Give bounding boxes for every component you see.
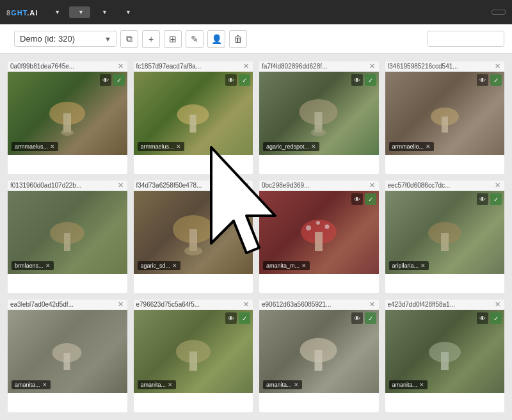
users-button[interactable]: 👤 — [207, 30, 225, 48]
label-remove-icon[interactable]: ✕ — [172, 262, 177, 269]
card-label: armmaelus... ✕ — [12, 142, 58, 151]
label-text: agaric_sd... — [141, 262, 171, 269]
delete-button[interactable]: 🗑 — [229, 30, 247, 48]
label-text: amanita... — [392, 382, 418, 388]
label-remove-icon[interactable]: ✕ — [301, 262, 307, 269]
svg-rect-29 — [441, 352, 449, 370]
nav-trained-models[interactable]: ▼ — [69, 6, 90, 18]
card-close-button[interactable]: ✕ — [242, 182, 250, 189]
card-close-button[interactable]: ✕ — [116, 63, 125, 70]
image-card[interactable]: fc1857d97eacd7af8a... ✕ 👁 ✓ armmaelus...… — [134, 61, 253, 174]
card-image: 👁 ✓ armmaelio... ✕ — [385, 72, 505, 155]
image-card[interactable]: e423d7dd0f428ff58a1... ✕ 👁 ✓ amanita... … — [385, 300, 505, 412]
svg-point-16 — [306, 225, 311, 230]
check-icon[interactable]: ✓ — [490, 193, 502, 205]
image-card[interactable]: f34d73a6258f50e478... ✕ agaric_sd... ✕ — [134, 181, 253, 293]
svg-rect-4 — [189, 115, 196, 133]
logo-text: 8GHT.AI — [6, 9, 38, 17]
card-close-button[interactable]: ✕ — [242, 301, 250, 308]
card-close-button[interactable]: ✕ — [116, 301, 125, 308]
nav-train[interactable]: ▼ — [45, 6, 67, 18]
label-remove-icon[interactable]: ✕ — [426, 143, 431, 150]
eye-icon[interactable]: 👁 — [225, 74, 237, 86]
check-icon[interactable]: ✓ — [490, 312, 502, 324]
label-remove-icon[interactable]: ✕ — [419, 382, 424, 388]
card-filename: ea3lebl7ad0e42d5df... — [10, 301, 74, 308]
card-overlay-icons: 👁 ✓ — [477, 193, 502, 205]
image-card[interactable]: fa7f4ld802896dd628f... ✕ 👁 ✓ agaric_reds… — [259, 61, 379, 174]
card-header: e796623d75c5a64f5... ✕ — [134, 300, 253, 310]
card-header: e90612d63a56085921... ✕ — [259, 300, 379, 310]
card-close-button[interactable]: ✕ — [493, 63, 502, 70]
edit-button[interactable]: ✎ — [186, 30, 204, 48]
label-remove-icon[interactable]: ✕ — [294, 382, 299, 388]
search-input[interactable] — [428, 31, 504, 47]
image-grid: 0a0f99b81dea7645e... ✕ 👁 ✓ armmaelus... … — [0, 54, 512, 420]
image-card[interactable]: 0a0f99b81dea7645e... ✕ 👁 ✓ armmaelus... … — [8, 61, 127, 174]
train-caret-icon: ▼ — [54, 9, 60, 15]
card-header: f0131960d0ad107d22b... ✕ — [8, 181, 127, 191]
copy-button[interactable]: ⧉ — [120, 30, 138, 48]
label-text: agaric_redspot... — [266, 143, 309, 150]
label-remove-icon[interactable]: ✕ — [50, 143, 55, 150]
nav-search-button[interactable] — [492, 10, 506, 15]
label-text: amanita_m... — [266, 262, 300, 269]
card-close-button[interactable]: ✕ — [368, 63, 376, 70]
card-close-button[interactable]: ✕ — [116, 182, 125, 189]
project-select[interactable]: Demo (id: 320) — [14, 31, 116, 47]
card-overlay-icons: 👁 ✓ — [351, 312, 376, 324]
label-text: armmaelus... — [141, 143, 174, 150]
card-close-button[interactable]: ✕ — [242, 63, 250, 70]
image-card[interactable]: f346195985216ccd541... ✕ 👁 ✓ armmaelio..… — [385, 61, 505, 174]
nav-image-similarity[interactable]: ▼ — [116, 6, 138, 18]
check-icon[interactable]: ✓ — [239, 74, 250, 86]
card-filename: eec57f0d6086cc7dc... — [388, 182, 451, 189]
card-header: fc1857d97eacd7af8a... ✕ — [134, 61, 253, 72]
check-icon[interactable]: ✓ — [365, 74, 376, 86]
layers-button[interactable]: ⊞ — [164, 30, 182, 48]
eye-icon[interactable]: 👁 — [351, 74, 363, 86]
eye-icon[interactable]: 👁 — [100, 74, 111, 86]
svg-point-17 — [316, 221, 320, 225]
card-image: 👁 ✓ armmaelus... ✕ — [134, 72, 253, 155]
card-close-button[interactable]: ✕ — [368, 182, 376, 189]
eye-icon[interactable]: 👁 — [477, 74, 488, 86]
nav-pretrained-models[interactable]: ▼ — [93, 6, 114, 18]
label-remove-icon[interactable]: ✕ — [45, 262, 51, 269]
check-icon[interactable]: ✓ — [239, 312, 250, 324]
image-card[interactable]: 0bc298e9d369... ✕ 👁 ✓ amanita_m... ✕ — [259, 181, 379, 293]
card-close-button[interactable]: ✕ — [493, 182, 502, 189]
label-remove-icon[interactable]: ✕ — [42, 382, 47, 388]
card-filename: f0131960d0ad107d22b... — [10, 182, 81, 189]
card-label: aripilaria... ✕ — [389, 261, 429, 270]
eye-icon[interactable]: 👁 — [225, 312, 237, 324]
svg-point-7 — [311, 129, 326, 136]
check-icon[interactable]: ✓ — [365, 193, 376, 205]
card-image: brmlaens... ✕ — [8, 191, 127, 274]
label-remove-icon[interactable]: ✕ — [311, 143, 316, 150]
add-button[interactable]: + — [142, 30, 160, 48]
card-image: 👁 ✓ aripilaria... ✕ — [385, 191, 505, 274]
image-card[interactable]: eec57f0d6086cc7dc... ✕ 👁 ✓ aripilaria...… — [385, 181, 505, 293]
eye-icon[interactable]: 👁 — [477, 193, 488, 205]
label-remove-icon[interactable]: ✕ — [420, 262, 426, 269]
image-card[interactable]: e90612d63a56085921... ✕ 👁 ✓ amanita... ✕ — [259, 300, 379, 412]
eye-icon[interactable]: 👁 — [351, 312, 363, 324]
eye-icon[interactable]: 👁 — [351, 193, 363, 205]
label-remove-icon[interactable]: ✕ — [176, 143, 181, 150]
copy-icon: ⧉ — [126, 33, 132, 44]
card-overlay-icons: 👁 ✓ — [477, 312, 502, 324]
label-remove-icon[interactable]: ✕ — [168, 382, 173, 388]
card-overlay-icons: 👁 ✓ — [351, 74, 376, 86]
check-icon[interactable]: ✓ — [490, 74, 502, 86]
eye-icon[interactable]: 👁 — [477, 312, 488, 324]
image-card[interactable]: f0131960d0ad107d22b... ✕ brmlaens... ✕ — [8, 181, 127, 293]
image-card[interactable]: ea3lebl7ad0e42d5df... ✕ amanita... ✕ — [8, 300, 127, 412]
check-icon[interactable]: ✓ — [113, 74, 125, 86]
card-close-button[interactable]: ✕ — [493, 301, 502, 308]
card-close-button[interactable]: ✕ — [368, 301, 376, 308]
card-label: armmaelus... ✕ — [138, 142, 184, 151]
check-icon[interactable]: ✓ — [365, 312, 376, 324]
image-card[interactable]: e796623d75c5a64f5... ✕ 👁 ✓ amanita... ✕ — [134, 300, 253, 412]
card-filename: e423d7dd0f428ff58a1... — [388, 301, 455, 308]
